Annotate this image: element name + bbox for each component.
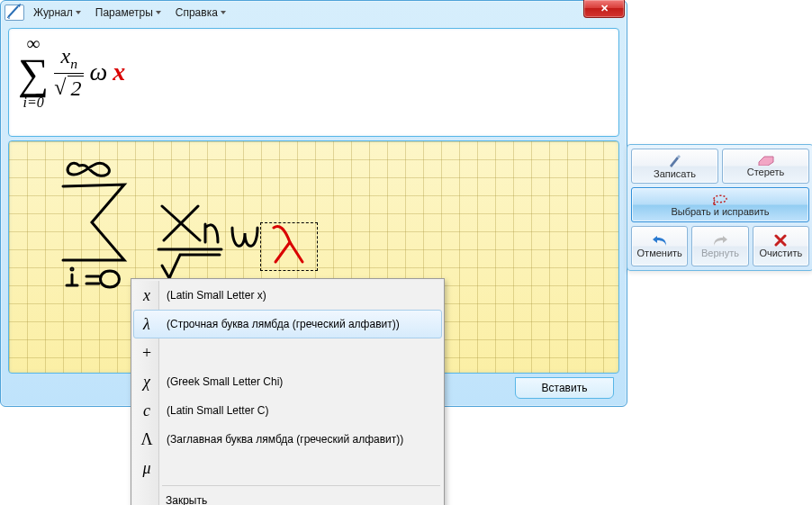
symbol-glyph: λ [134,315,159,334]
svg-point-0 [71,268,73,270]
undo-button[interactable]: Отменить [631,226,688,266]
redo-button[interactable]: Вернуть [691,226,748,266]
insert-button[interactable]: Вставить [515,377,614,399]
pen-icon [668,153,682,167]
erase-button[interactable]: Стереть [722,149,809,184]
ink-selection-box [260,222,318,271]
omega-symbol: ω [89,58,107,86]
fraction-denominator: √ 2 [54,76,84,100]
recognized-formula-panel: ∞ ∑ i=0 xn √ 2 ω x [8,28,619,137]
clear-label: Очистить [759,248,802,258]
sqrt-radicand: 2 [68,76,84,100]
chevron-down-icon [76,11,81,14]
selected-symbol: x [113,58,125,86]
correction-context-menu: x (Latin Small Letter x) λ (Строчная бук… [131,278,445,505]
symbol-glyph: x [134,286,159,305]
clear-icon [774,234,787,247]
redo-label: Вернуть [701,248,739,258]
ctx-option-x[interactable]: x (Latin Small Letter x) [133,281,442,310]
eraser-icon [757,155,775,166]
select-correct-button[interactable]: Выбрать и исправить [631,187,809,222]
chevron-down-icon [221,11,226,14]
symbol-glyph: μ [134,459,159,478]
menu-separator [162,485,440,486]
menu-journal-label: Журнал [33,6,73,19]
ctx-option-chi[interactable]: χ (Greek Small Letter Chi) [133,367,442,396]
symbol-description: (Latin Small Letter x) [167,289,266,302]
ctx-close-label: Закрыть [166,494,207,505]
formula-content: ∞ ∑ i=0 xn √ 2 ω x [18,34,609,110]
symbol-glyph: + [134,344,159,363]
symbol-description: (Строчная буква лямбда (греческий алфави… [167,318,400,330]
menu-bar: Журнал Параметры Справка [33,6,226,19]
ctx-close[interactable]: Закрыть [133,489,442,505]
erase-label: Стереть [747,167,785,177]
write-button[interactable]: Записать [631,149,718,184]
symbol-glyph: c [134,401,159,420]
select-correct-label: Выбрать и исправить [671,206,769,217]
write-label: Записать [654,168,696,179]
menu-help-label: Справка [176,6,218,19]
ctx-option-c[interactable]: c (Latin Small Letter C) [133,396,442,425]
fraction-bar [54,73,84,74]
symbol-glyph: Λ [134,430,159,449]
ctx-option-Lambda[interactable]: Λ (Заглавная буква лямбда (греческий алф… [133,425,442,454]
ctx-option-plus[interactable]: + [133,338,442,367]
close-button[interactable]: ✕ [583,0,625,18]
sigma-icon: ∑ [18,52,49,95]
symbol-description: (Greek Small Letter Chi) [167,375,283,388]
symbol-description: (Latin Small Letter C) [167,404,268,417]
app-icon [5,5,24,21]
menu-journal[interactable]: Журнал [33,6,81,19]
insert-label: Вставить [542,382,588,394]
sum-lower-limit: i=0 [23,95,43,110]
redo-icon [712,234,728,247]
symbol-description: (Заглавная буква лямбда (греческий алфав… [167,433,403,446]
menu-parameters-label: Параметры [95,6,153,19]
ctx-option-mu[interactable]: μ [133,454,442,482]
undo-icon [652,234,668,247]
ctx-option-lambda[interactable]: λ (Строчная буква лямбда (греческий алфа… [133,310,442,338]
tools-panel: Записать Стереть Выбрать и исправить Отм… [627,144,812,271]
symbol-glyph: χ [134,373,159,392]
lasso-icon [711,193,729,205]
sum-symbol: ∞ ∑ i=0 [18,34,49,110]
sqrt-icon: √ [54,76,66,99]
menu-parameters[interactable]: Параметры [95,6,161,19]
chevron-down-icon [156,11,161,14]
fraction-numerator: xn [61,44,77,71]
undo-label: Отменить [637,248,682,258]
fraction: xn √ 2 [54,44,84,100]
close-icon: ✕ [600,3,609,14]
title-bar: Журнал Параметры Справка ✕ [1,1,627,24]
clear-button[interactable]: Очистить [753,226,809,266]
menu-help[interactable]: Справка [176,6,226,19]
